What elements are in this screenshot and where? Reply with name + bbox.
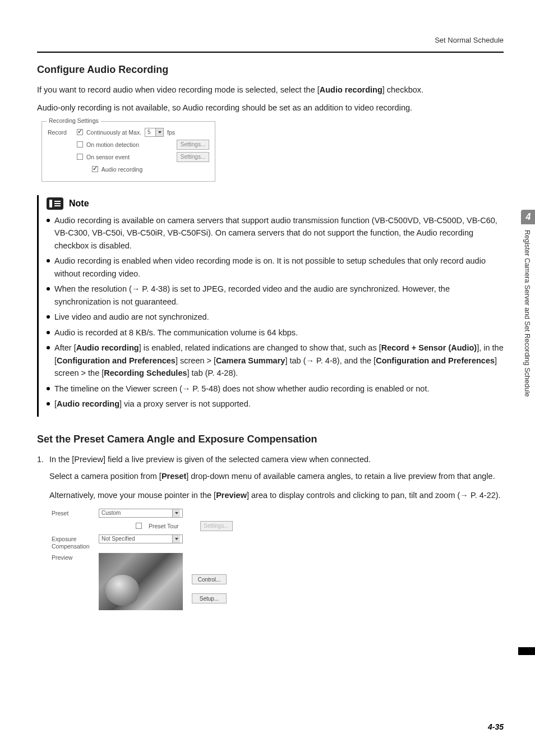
paragraph: Audio-only recording is not available, s… [37, 102, 504, 114]
note-title: Note [69, 199, 89, 209]
text: Select a camera position from [ [49, 472, 162, 481]
chevron-down-icon [172, 535, 180, 543]
step-text: In the [Preview] field a live preview is… [49, 455, 371, 464]
fps-value: 5 [145, 129, 155, 135]
chevron-down-icon [172, 509, 180, 517]
preview-label: Preview [52, 553, 99, 561]
recording-settings-panel: Recording Settings Record Continuously a… [41, 121, 215, 182]
note-item: When the resolution (→ P. 4-38) is set t… [47, 283, 504, 308]
exposure-dropdown[interactable]: Not Specified [99, 534, 183, 543]
sensor-label: On sensor event [86, 154, 130, 160]
continuously-label: Continuously at Max. [86, 129, 141, 136]
audio-recording-label: Audio recording [102, 166, 143, 173]
exposure-label: Exposure Compensation [52, 534, 99, 550]
text-bold: Audio recording [57, 399, 119, 408]
text-bold: Preset [162, 472, 186, 481]
text: After [ [54, 343, 76, 352]
fps-dropdown[interactable]: 5 [145, 128, 164, 137]
fps-unit-label: fps [167, 129, 175, 136]
section-heading-configure-audio: Configure Audio Recording [37, 64, 504, 76]
chevron-down-icon [155, 128, 163, 136]
page-number: 4-35 [488, 722, 504, 731]
preset-value: Custom [99, 510, 172, 516]
text: ] area to display controls and clicking … [247, 491, 501, 500]
preset-tour-label: Preset Tour [149, 523, 179, 529]
note-item: Audio recording is enabled when video re… [47, 255, 504, 280]
setup-button[interactable]: Setup... [192, 593, 227, 603]
divider [37, 52, 504, 53]
preset-settings-button[interactable]: Settings... [200, 521, 233, 531]
paragraph: Select a camera position from [Preset] d… [49, 470, 504, 482]
side-tab: 4 Register Camera Server and Set Recordi… [521, 210, 535, 449]
step-number: 1. [37, 453, 49, 465]
control-button[interactable]: Control... [192, 574, 227, 584]
document-page: Set Normal Schedule Configure Audio Reco… [0, 0, 535, 756]
note-list: Audio recording is available on camera s… [47, 214, 504, 411]
preset-label: Preset [52, 509, 99, 517]
note-item: The timeline on the Viewer screen (→ P. … [47, 382, 504, 395]
text: ] tab (P. 4-28). [187, 368, 238, 377]
text-bold: Preview [216, 491, 247, 500]
text-bold: Configuration and Preferences [376, 356, 495, 365]
paragraph: If you want to record audio when video r… [37, 84, 504, 96]
panel-legend: Recording Settings [47, 117, 101, 124]
motion-checkbox[interactable] [77, 141, 83, 147]
text-bold: Recording Schedules [104, 368, 187, 377]
text-bold: Record + Sensor (Audio) [381, 343, 477, 352]
text: ] drop-down menu of available camera ang… [186, 472, 495, 481]
motion-label: On motion detection [86, 141, 139, 148]
text: ] tab (→ P. 4-8), and the [ [285, 356, 376, 365]
text-bold: Configuration and Preferences [57, 356, 176, 365]
note-item: Live video and audio are not synchronize… [47, 311, 504, 323]
exposure-value: Not Specified [99, 536, 172, 542]
preview-image[interactable] [99, 553, 183, 610]
preset-panel: Preset Custom Preset Tour Settings... Ex… [52, 509, 237, 610]
note-item: After [Audio recording] is enabled, rela… [47, 342, 504, 379]
note-block: Note Audio recording is available on cam… [37, 195, 504, 417]
sensor-checkbox[interactable] [77, 154, 83, 160]
section-heading-preset: Set the Preset Camera Angle and Exposure… [37, 434, 504, 445]
chapter-number: 4 [521, 210, 535, 224]
paragraph: Alternatively, move your mouse pointer i… [49, 489, 504, 501]
audio-recording-checkbox[interactable] [92, 166, 98, 172]
preset-tour-checkbox[interactable] [136, 523, 142, 529]
text-bold: Audio recording [320, 85, 382, 94]
side-marker [518, 647, 535, 655]
preset-dropdown[interactable]: Custom [99, 509, 183, 518]
text: ] via a proxy server is not supported. [119, 399, 251, 408]
text-bold: Camera Summary [216, 356, 285, 365]
text: ] is enabled, related indications are ch… [139, 343, 381, 352]
sensor-settings-button[interactable]: Settings... [177, 152, 209, 162]
text: If you want to record audio when video r… [37, 85, 320, 94]
note-item: [Audio recording] via a proxy server is … [47, 398, 504, 410]
record-label: Record [48, 129, 77, 136]
continuously-checkbox[interactable] [77, 129, 83, 135]
note-icon [47, 197, 63, 210]
text: ] screen > [ [176, 356, 216, 365]
header-breadcrumb: Set Normal Schedule [435, 36, 504, 44]
motion-settings-button[interactable]: Settings... [177, 140, 209, 150]
text-bold: Audio recording [76, 343, 139, 352]
ordered-step: 1.In the [Preview] field a live preview … [37, 453, 504, 502]
text: Alternatively, move your mouse pointer i… [49, 491, 216, 500]
note-item: Audio recording is available on camera s… [47, 214, 504, 252]
text: ] checkbox. [382, 85, 423, 94]
note-item: Audio is recorded at 8 KB/s. The communi… [47, 326, 504, 339]
chapter-title: Register Camera Server and Set Recording… [521, 224, 533, 449]
